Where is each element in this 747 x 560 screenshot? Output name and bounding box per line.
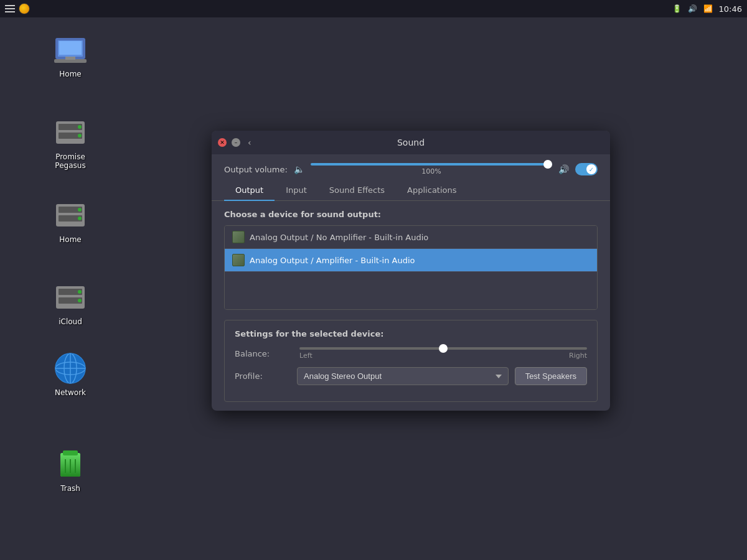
svg-point-9	[78, 134, 82, 138]
home-top-label: Home	[59, 70, 81, 78]
device-label-amp: Analog Output / Amplifier - Built-in Aud…	[250, 256, 415, 265]
desktop-icon-home-bottom[interactable]: Home	[42, 198, 98, 244]
volume-label: Output volume:	[224, 165, 288, 174]
volume-slider[interactable]	[311, 163, 552, 166]
sound-dialog: ✕ – ‹ Sound Output volume: 🔈 100% 🔊 ✓ Ou…	[212, 131, 610, 411]
desktop-icon-trash[interactable]: Trash	[42, 447, 98, 493]
svg-point-18	[78, 290, 82, 294]
volume-toggle[interactable]: ✓	[575, 163, 598, 175]
toggle-check-icon: ✓	[589, 166, 594, 173]
network-icon-img	[53, 351, 88, 386]
volume-row: Output volume: 🔈 100% 🔊 ✓	[212, 154, 610, 180]
volume-low-icon: 🔈	[294, 164, 304, 174]
balance-slider[interactable]	[299, 347, 587, 350]
svg-point-8	[78, 125, 82, 129]
tab-output[interactable]: Output	[224, 180, 275, 201]
topbar-left	[5, 3, 30, 14]
profile-label: Profile:	[235, 371, 291, 381]
dialog-titlebar: ✕ – ‹ Sound	[212, 131, 610, 154]
device-icon-amp	[232, 254, 245, 266]
volume-high-icon: 🔊	[558, 164, 569, 174]
dialog-content: Choose a device for sound output: Analog…	[212, 201, 610, 411]
desktop-icon-home-top[interactable]: Home	[42, 32, 98, 78]
balance-labels: Left Right	[299, 352, 587, 360]
desktop-icon-promise-pegasus[interactable]: Promise Pegasus	[42, 115, 98, 170]
desktop-icon-network[interactable]: Network	[42, 351, 98, 397]
volume-toggle-knob: ✓	[586, 164, 596, 174]
promise-pegasus-icon-img	[53, 115, 88, 150]
svg-point-13	[78, 208, 82, 212]
home-bottom-label: Home	[59, 235, 81, 244]
tab-applications[interactable]: Applications	[396, 180, 467, 201]
device-item-no-amp[interactable]: Analog Output / No Amplifier - Built-in …	[225, 226, 597, 249]
tab-sound-effects[interactable]: Sound Effects	[318, 180, 396, 201]
device-list: Analog Output / No Amplifier - Built-in …	[224, 225, 598, 310]
choose-device-title: Choose a device for sound output:	[224, 210, 598, 219]
icloud-icon-img	[53, 280, 88, 315]
settings-section: Settings for the selected device: Balanc…	[224, 320, 598, 402]
volume-percent: 100%	[421, 167, 441, 175]
home-bottom-icon-img	[53, 198, 88, 233]
profile-row: Profile: Analog Stereo Output Analog Ste…	[235, 367, 587, 385]
svg-rect-4	[65, 57, 75, 60]
balance-row: Balance: Left Right	[235, 347, 587, 360]
hamburger-menu[interactable]	[5, 5, 15, 12]
topbar-logo	[19, 3, 30, 14]
trash-label: Trash	[60, 484, 80, 493]
svg-rect-2	[59, 41, 82, 55]
volume-slider-wrap: 100%	[311, 163, 552, 175]
device-item-amp[interactable]: Analog Output / Amplifier - Built-in Aud…	[225, 249, 597, 272]
settings-title: Settings for the selected device:	[235, 329, 587, 338]
topbar-right: 🔋 🔊 📶 10:46	[672, 4, 742, 14]
tab-input[interactable]: Input	[275, 180, 318, 201]
dialog-title: Sound	[397, 138, 425, 147]
test-speakers-button[interactable]: Test Speakers	[515, 367, 587, 385]
clock: 10:46	[719, 4, 742, 14]
trash-icon-img	[53, 447, 88, 482]
minimize-button[interactable]: –	[232, 138, 240, 147]
volume-icon: 🔊	[688, 4, 697, 13]
tabs: Output Input Sound Effects Applications	[212, 180, 610, 201]
device-icon-no-amp	[232, 231, 245, 243]
svg-point-19	[78, 299, 82, 302]
balance-slider-wrap: Left Right	[299, 347, 587, 360]
battery-icon: 🔋	[672, 4, 682, 13]
network-label: Network	[55, 388, 86, 397]
svg-rect-28	[63, 450, 78, 455]
promise-pegasus-label: Promise Pegasus	[42, 152, 98, 170]
back-button[interactable]: ‹	[245, 138, 254, 147]
device-list-empty	[225, 272, 597, 309]
balance-right-label: Right	[569, 352, 587, 360]
profile-select[interactable]: Analog Stereo Output Analog Stereo Duple…	[297, 367, 509, 385]
device-label-no-amp: Analog Output / No Amplifier - Built-in …	[250, 233, 428, 242]
balance-left-label: Left	[299, 352, 312, 360]
network-status-icon: 📶	[703, 4, 713, 13]
balance-label: Balance:	[235, 349, 291, 358]
home-top-icon-img	[53, 32, 88, 67]
icloud-label: iCloud	[59, 317, 82, 326]
close-button[interactable]: ✕	[218, 138, 227, 147]
svg-point-14	[78, 217, 82, 220]
desktop-icon-icloud[interactable]: iCloud	[42, 280, 98, 326]
topbar: 🔋 🔊 📶 10:46	[0, 0, 747, 17]
